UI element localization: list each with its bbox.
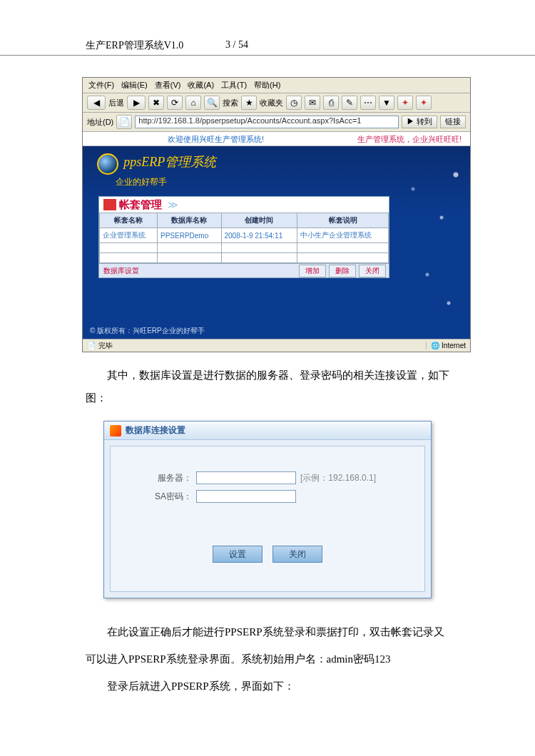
address-label: 地址(D) <box>87 117 113 128</box>
set-button[interactable]: 设置 <box>213 546 263 563</box>
links-button[interactable]: 链接 <box>440 116 466 128</box>
globe-icon <box>97 153 118 175</box>
table-row-empty <box>100 253 389 263</box>
address-input[interactable]: http://192.168.1.8/ppserpsetup/Accounts/… <box>135 116 399 128</box>
doc-title: 生产ERP管理系统V1.0 <box>86 39 221 52</box>
paragraph-2: 在此设置正确后才能进行PPSERP系统登录和票据打印，双击帐套记录又可以进入PP… <box>0 598 535 673</box>
panel-icon <box>103 199 116 210</box>
ie-menu-bar: 文件(F) 编辑(E) 查看(V) 收藏(A) 工具(T) 帮助(H) <box>83 78 470 93</box>
dialog-icon <box>110 425 121 436</box>
col-account-name[interactable]: 帐套名称 <box>100 213 158 228</box>
ie-status-bar: 📄 完毕 🌐 Internet <box>83 339 470 352</box>
cell-desc: 中小生产企业管理系统 <box>297 228 389 243</box>
col-desc[interactable]: 帐套说明 <box>297 213 389 228</box>
cell-create-time: 2008-1-9 21:54:11 <box>221 228 297 243</box>
tool-button-1[interactable]: ⋯ <box>360 96 376 110</box>
goto-button[interactable]: ▶ 转到 <box>402 116 437 128</box>
history-button[interactable]: ◷ <box>286 96 302 110</box>
page-icon: 📄 <box>116 115 132 129</box>
dialog-title: 数据库连接设置 <box>126 424 185 436</box>
menu-help[interactable]: 帮助(H) <box>254 80 280 91</box>
page-content: 欢迎使用兴旺生产管理系统! 生产管理系统，企业兴旺旺旺! ppsERP管理系统 … <box>83 132 470 339</box>
delete-button[interactable]: 删除 <box>329 265 356 277</box>
panel-footer: 数据库设置 增加 删除 关闭 <box>99 263 389 277</box>
back-button[interactable]: ◀ <box>87 96 106 110</box>
logo-title: ppsERP管理系统 <box>123 155 216 169</box>
server-label: 服务器： <box>149 472 192 484</box>
server-input[interactable] <box>196 471 296 484</box>
col-create-time[interactable]: 创建时间 <box>221 213 297 228</box>
dialog-title-bar: 数据库连接设置 <box>104 422 431 440</box>
document-header: 生产ERP管理系统V1.0 3 / 54 <box>0 39 535 56</box>
panel-title: 帐套管理 <box>119 198 162 212</box>
security-zone: 🌐 Internet <box>426 342 466 349</box>
favorites-button[interactable]: ★ <box>241 96 257 110</box>
status-done: 完毕 <box>98 341 113 351</box>
print-button[interactable]: ⎙ <box>323 96 339 110</box>
db-setting-link[interactable]: 数据库设置 <box>103 266 139 276</box>
sa-password-label: SA密码： <box>149 491 192 503</box>
home-button[interactable]: ⌂ <box>185 96 201 110</box>
browser-window: 文件(F) 编辑(E) 查看(V) 收藏(A) 工具(T) 帮助(H) ◀ 后退… <box>82 77 471 352</box>
col-db-name[interactable]: 数据库名称 <box>158 213 222 228</box>
menu-view[interactable]: 查看(V) <box>155 80 181 91</box>
search-label: 搜索 <box>223 98 238 108</box>
menu-edit[interactable]: 编辑(E) <box>121 80 148 91</box>
back-label: 后退 <box>108 98 124 108</box>
chevron-icon: ≫ <box>168 199 178 210</box>
close-button[interactable]: 关闭 <box>359 265 386 277</box>
decoration-sparkles <box>384 132 470 339</box>
panel-title-bar: 帐套管理 ≫ <box>99 197 389 213</box>
cell-db-name: PPSERPDemo <box>158 228 222 243</box>
menu-file[interactable]: 文件(F) <box>88 80 114 91</box>
table-row-empty <box>100 243 389 253</box>
cell-account-name: 企业管理系统 <box>100 228 158 243</box>
page-copyright: © 版权所有：兴旺ERP企业的好帮手 <box>90 326 205 336</box>
mail-button[interactable]: ✉ <box>305 96 320 110</box>
db-connection-dialog: 数据库连接设置 服务器： [示例：192.168.0.1] SA密码： 设置 关… <box>103 421 432 598</box>
server-hint: [示例：192.168.0.1] <box>300 472 386 484</box>
menu-tools[interactable]: 工具(T) <box>221 80 247 91</box>
account-table: 帐套名称 数据库名称 创建时间 帐套说明 企业管理系统 PPSERPDemo 2… <box>99 213 389 263</box>
sa-password-input[interactable] <box>196 490 296 503</box>
close-dialog-button[interactable]: 关闭 <box>272 546 322 563</box>
favorites-label: 收藏夹 <box>260 98 283 108</box>
add-button[interactable]: 增加 <box>299 265 326 277</box>
menu-favorites[interactable]: 收藏(A) <box>188 80 214 91</box>
account-panel: 帐套管理 ≫ 帐套名称 数据库名称 创建时间 帐套说明 企业管理系统 PPSER… <box>98 196 389 278</box>
dialog-body: 服务器： [示例：192.168.0.1] SA密码： 设置 关闭 <box>110 446 425 592</box>
forward-button[interactable]: ▶ <box>127 96 146 110</box>
address-bar-row: 地址(D) 📄 http://192.168.1.8/ppserpsetup/A… <box>83 113 470 132</box>
tool-button-4[interactable]: ✦ <box>416 96 432 110</box>
tool-button-3[interactable]: ✦ <box>397 96 413 110</box>
ie-toolbar: ◀ 后退 ▶ ✖ ⟳ ⌂ 🔍 搜索 ★ 收藏夹 ◷ ✉ ⎙ ✎ ⋯ ▼ ✦ ✦ <box>83 93 470 113</box>
stop-button[interactable]: ✖ <box>148 96 164 110</box>
welcome-text: 欢迎使用兴旺生产管理系统! <box>83 132 349 145</box>
logo-block: ppsERP管理系统 企业的好帮手 <box>97 153 216 188</box>
page-number: 3 / 54 <box>225 39 248 52</box>
table-row[interactable]: 企业管理系统 PPSERPDemo 2008-1-9 21:54:11 中小生产… <box>100 228 389 243</box>
paragraph-1: 其中，数据库设置是进行数据的服务器、登录密码的相关连接设置，如下图： <box>0 352 535 417</box>
search-button[interactable]: 🔍 <box>204 96 220 110</box>
tool-button-2[interactable]: ▼ <box>379 96 394 110</box>
page-icon-status: 📄 <box>87 342 96 349</box>
edit-button[interactable]: ✎ <box>342 96 357 110</box>
paragraph-3: 登录后就进入PPSERP系统，界面如下： <box>0 673 535 700</box>
logo-subtitle: 企业的好帮手 <box>116 176 216 188</box>
refresh-button[interactable]: ⟳ <box>167 96 183 110</box>
